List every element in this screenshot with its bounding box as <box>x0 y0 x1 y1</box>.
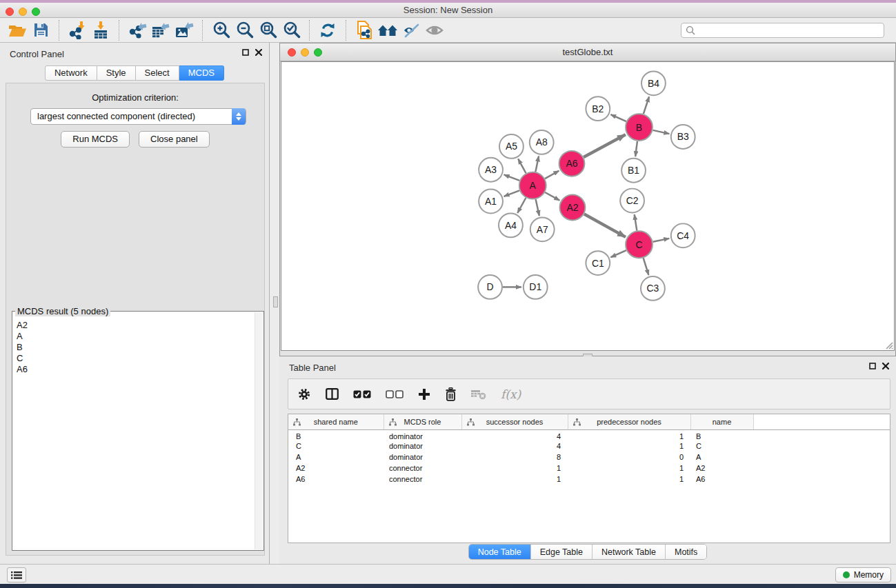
graph-node-A4[interactable]: A4 <box>499 213 523 237</box>
memory-button[interactable]: Memory <box>835 567 891 582</box>
import-table-button[interactable] <box>89 20 112 41</box>
criterion-dropdown[interactable]: largest connected component (directed) <box>30 108 246 125</box>
graph-edge-B-B3[interactable] <box>653 130 669 134</box>
close-panel-button[interactable]: Close panel <box>139 131 210 148</box>
graph-edge-A6-B[interactable] <box>584 134 626 157</box>
zoom-out-button[interactable] <box>232 20 256 41</box>
mcds-result-item[interactable]: A2 <box>17 320 255 331</box>
tab-select[interactable]: Select <box>136 65 179 81</box>
table-row[interactable]: A2connector11A2 <box>288 463 890 474</box>
graph-node-A2[interactable]: A2 <box>560 195 586 221</box>
close-panel-icon[interactable] <box>255 49 262 56</box>
zoom-selected-button[interactable] <box>279 20 303 41</box>
refresh-button[interactable] <box>316 20 339 41</box>
delete-table-button[interactable] <box>471 388 486 400</box>
network-window-titlebar[interactable]: testGlobe.txt <box>280 43 895 61</box>
tab-node-table[interactable]: Node Table <box>469 545 531 559</box>
graph-node-A6[interactable]: A6 <box>559 151 585 176</box>
tab-network-table[interactable]: Network Table <box>593 545 666 559</box>
graph-node-A5[interactable]: A5 <box>499 134 524 159</box>
graph-node-C3[interactable]: C3 <box>641 276 665 301</box>
tab-style[interactable]: Style <box>97 65 136 81</box>
search-input[interactable] <box>681 23 884 38</box>
graph-node-A3[interactable]: A3 <box>479 158 503 182</box>
graph-edge-A-A1[interactable] <box>504 190 520 196</box>
table-settings-button[interactable] <box>297 387 311 401</box>
graph-edge-C-C4[interactable] <box>653 239 670 242</box>
network-canvas[interactable]: B4B2BB3A8A5A6A3B1AA1C2A2A4A7C4CC1C3DD1 <box>281 61 895 351</box>
graph-node-C1[interactable]: C1 <box>586 251 610 275</box>
hide-panel-button[interactable] <box>399 20 423 41</box>
run-mcds-button[interactable]: Run MCDS <box>61 131 130 148</box>
add-column-button[interactable] <box>418 388 430 401</box>
export-table-button[interactable] <box>149 20 172 41</box>
tab-mcds[interactable]: MCDS <box>179 65 224 81</box>
column-header-shared-name[interactable]: shared name <box>288 414 384 429</box>
graph-node-D[interactable]: D <box>478 275 502 299</box>
graph-edge-C-C1[interactable] <box>610 250 626 257</box>
graph-edge-A-A6[interactable] <box>545 171 559 179</box>
graph-edge-A-A3[interactable] <box>504 174 520 180</box>
node-table[interactable]: shared name MCDS role successor nodes pr… <box>288 414 890 543</box>
graph-edge-C-C2[interactable] <box>635 214 637 230</box>
graph-node-B1[interactable]: B1 <box>621 159 646 183</box>
graph-edge-A2-C[interactable] <box>584 214 626 236</box>
column-visibility-button[interactable] <box>326 388 339 400</box>
apply-function-button[interactable]: f(x) <box>501 387 521 401</box>
panel-splitter-handle[interactable] <box>273 296 278 307</box>
column-header-name[interactable]: name <box>690 414 753 429</box>
export-image-button[interactable] <box>172 20 196 41</box>
duplicate-network-button[interactable] <box>352 20 376 41</box>
float-panel-icon[interactable] <box>242 49 249 56</box>
session-titlebar[interactable]: Session: New Session <box>0 3 896 18</box>
graph-node-A[interactable]: A <box>519 172 546 199</box>
graph-edge-C-C3[interactable] <box>644 258 649 275</box>
export-network-button[interactable] <box>126 20 149 41</box>
graph-edge-A-A5[interactable] <box>518 159 526 173</box>
graph-edge-B-B2[interactable] <box>610 114 626 121</box>
table-row[interactable]: Adominator80A <box>288 452 890 463</box>
table-row[interactable]: Cdominator41C <box>288 440 890 452</box>
graph-node-B4[interactable]: B4 <box>641 71 666 95</box>
graph-node-A8[interactable]: A8 <box>530 130 554 154</box>
column-header-predecessor-nodes[interactable]: predecessor nodes <box>568 414 690 429</box>
graph-edge-A-A7[interactable] <box>536 199 539 216</box>
mcds-result-item[interactable]: B <box>17 342 255 353</box>
tab-network[interactable]: Network <box>45 65 97 81</box>
tab-edge-table[interactable]: Edge Table <box>531 545 593 559</box>
graph-edge-A-A2[interactable] <box>545 192 559 201</box>
table-row[interactable]: Bdominator41B <box>288 429 890 440</box>
column-header-successor-nodes[interactable]: successor nodes <box>461 414 568 429</box>
graph-node-C[interactable]: C <box>626 231 653 258</box>
mcds-result-item[interactable]: A6 <box>17 364 255 375</box>
mcds-result-item[interactable]: C <box>17 353 255 364</box>
delete-column-button[interactable] <box>445 387 457 401</box>
select-all-button[interactable] <box>353 390 371 398</box>
graph-edge-B-B1[interactable] <box>635 141 637 156</box>
mcds-result-item[interactable]: A <box>17 331 255 342</box>
deselect-all-button[interactable] <box>386 390 404 398</box>
tab-motifs[interactable]: Motifs <box>666 545 706 559</box>
mcds-result-scrollbar[interactable] <box>255 312 263 549</box>
zoom-in-button[interactable] <box>209 20 232 41</box>
zoom-fit-button[interactable] <box>256 20 279 41</box>
graph-node-C2[interactable]: C2 <box>620 189 644 213</box>
graph-edge-A-A8[interactable] <box>535 156 539 172</box>
graph-edge-A-A4[interactable] <box>517 198 526 213</box>
graph-node-A7[interactable]: A7 <box>530 217 555 241</box>
search-field[interactable] <box>681 23 884 38</box>
table-row[interactable]: A6connector11A6 <box>288 474 890 485</box>
graph-node-B2[interactable]: B2 <box>586 97 610 121</box>
task-history-button[interactable] <box>7 567 26 582</box>
close-table-panel-icon[interactable] <box>882 363 889 369</box>
graph-node-B[interactable]: B <box>626 114 653 141</box>
resize-grip-icon[interactable] <box>884 340 893 349</box>
show-panel-button[interactable] <box>423 20 446 41</box>
graph-node-A1[interactable]: A1 <box>479 190 503 214</box>
graph-node-D1[interactable]: D1 <box>524 275 548 299</box>
float-table-panel-icon[interactable] <box>869 363 876 369</box>
graph-node-C4[interactable]: C4 <box>671 223 695 247</box>
save-session-button[interactable] <box>29 20 52 41</box>
graph-node-B3[interactable]: B3 <box>671 125 695 149</box>
home-button[interactable] <box>376 20 399 41</box>
